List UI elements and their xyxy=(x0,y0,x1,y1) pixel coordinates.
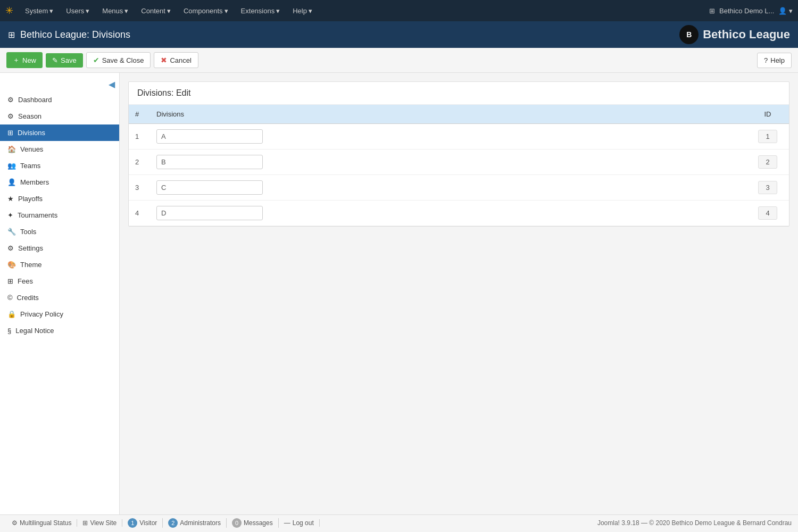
edit-panel-title: Divisions: Edit xyxy=(129,82,789,105)
sidebar-item-legal-notice[interactable]: § Legal Notice xyxy=(0,322,119,339)
venues-icon: 🏠 xyxy=(7,145,16,153)
row-division-cell xyxy=(150,201,746,226)
checkmark-icon: ✔ xyxy=(93,56,99,64)
footer-copyright: Joomla! 3.9.18 — © 2020 Bethico Demo Lea… xyxy=(597,519,792,527)
division-input[interactable] xyxy=(156,155,263,169)
nav-content[interactable]: Content ▾ xyxy=(136,5,176,17)
row-id-cell: 4 xyxy=(746,201,789,226)
footer-messages[interactable]: 0 Messages xyxy=(227,518,279,528)
top-navbar: ✳ System ▾ Users ▾ Menus ▾ Content ▾ Com… xyxy=(0,0,798,21)
sidebar-item-divisions[interactable]: ⊞ Divisions xyxy=(0,124,119,141)
multilingual-icon: ⚙ xyxy=(12,519,18,527)
edit-panel: Divisions: Edit # Divisions ID 1 1 2 xyxy=(128,81,789,227)
row-num: 2 xyxy=(129,149,150,175)
sidebar-item-season[interactable]: ⚙ Season xyxy=(0,108,119,124)
footer-view-site[interactable]: ⊞ View Site xyxy=(77,519,122,527)
row-num: 3 xyxy=(129,175,150,201)
sidebar-item-theme[interactable]: 🎨 Theme xyxy=(0,256,119,273)
save-button[interactable]: ✎ Save xyxy=(46,53,83,68)
sidebar-item-privacy-policy[interactable]: 🔒 Privacy Policy xyxy=(0,306,119,322)
sidebar-item-fees[interactable]: ⊞ Fees xyxy=(0,273,119,289)
new-button[interactable]: ＋ New xyxy=(6,52,43,68)
footer-logout[interactable]: — Log out xyxy=(279,519,320,527)
help-button[interactable]: ? Help xyxy=(757,53,792,68)
row-num: 1 xyxy=(129,124,150,149)
legal-icon: § xyxy=(7,327,11,335)
top-nav-right: ⊞ Bethico Demo L... 👤 ▾ xyxy=(709,7,793,15)
sidebar-item-tools[interactable]: 🔧 Tools xyxy=(0,223,119,240)
admin-badge: 2 xyxy=(168,518,178,528)
external-link-icon: ⊞ xyxy=(709,7,715,15)
logout-icon: — xyxy=(284,519,290,527)
nav-extensions[interactable]: Extensions ▾ xyxy=(236,5,286,17)
table-row: 1 1 xyxy=(129,124,789,149)
visitor-badge: 1 xyxy=(128,518,137,528)
joomla-logo-icon: ✳ xyxy=(5,5,13,16)
privacy-icon: 🔒 xyxy=(7,310,16,318)
row-id-cell: 1 xyxy=(746,124,789,149)
sidebar-item-credits[interactable]: © Credits xyxy=(0,289,119,306)
sidebar-item-playoffs[interactable]: ★ Playoffs xyxy=(0,190,119,207)
sidebar-item-dashboard[interactable]: ⚙ Dashboard xyxy=(0,92,119,108)
header-bar: ⊞ Bethico League: Divisions B Bethico Le… xyxy=(0,21,798,48)
fees-icon: ⊞ xyxy=(7,277,13,285)
dashboard-icon: ⚙ xyxy=(7,96,14,104)
col-header-divisions: Divisions xyxy=(150,105,746,124)
id-badge: 4 xyxy=(758,206,777,220)
table-header-row: # Divisions ID xyxy=(129,105,789,124)
plus-icon: ＋ xyxy=(13,55,20,65)
sidebar-item-tournaments[interactable]: ✦ Tournaments xyxy=(0,207,119,223)
nav-help[interactable]: Help ▾ xyxy=(287,5,318,17)
view-site-icon: ⊞ xyxy=(82,519,88,527)
settings-icon: ⚙ xyxy=(7,244,14,252)
toolbar: ＋ New ✎ Save ✔ Save & Close ✖ Cancel ? H… xyxy=(0,48,798,73)
table-row: 3 3 xyxy=(129,175,789,201)
divisions-table: # Divisions ID 1 1 2 2 xyxy=(129,105,789,226)
theme-icon: 🎨 xyxy=(7,261,16,269)
nav-components[interactable]: Components ▾ xyxy=(178,5,234,17)
sidebar-item-members[interactable]: 👤 Members xyxy=(0,174,119,190)
row-id-cell: 3 xyxy=(746,175,789,201)
nav-menus[interactable]: Menus ▾ xyxy=(97,5,134,17)
nav-users[interactable]: Users ▾ xyxy=(61,5,95,17)
table-row: 2 2 xyxy=(129,149,789,175)
col-header-hash: # xyxy=(129,105,150,124)
row-id-cell: 2 xyxy=(746,149,789,175)
sidebar: ◀ ⚙ Dashboard ⚙ Season ⊞ Divisions 🏠 Ven… xyxy=(0,73,120,514)
col-header-id: ID xyxy=(746,105,789,124)
user-account-icon[interactable]: 👤 ▾ xyxy=(778,7,793,15)
question-icon: ? xyxy=(764,56,768,64)
id-badge: 2 xyxy=(758,155,777,169)
page-icon: ⊞ xyxy=(8,30,15,40)
sidebar-item-settings[interactable]: ⚙ Settings xyxy=(0,240,119,256)
save-icon: ✎ xyxy=(52,56,58,64)
sidebar-toggle[interactable]: ◀ xyxy=(0,77,119,92)
season-icon: ⚙ xyxy=(7,112,14,120)
members-icon: 👤 xyxy=(7,178,16,186)
table-row: 4 4 xyxy=(129,201,789,226)
division-input[interactable] xyxy=(156,180,263,195)
cancel-button[interactable]: ✖ Cancel xyxy=(154,52,198,68)
footer-multilingual[interactable]: ⚙ Multilingual Status xyxy=(6,519,77,527)
page-title: Bethico League: Divisions xyxy=(20,29,130,40)
division-input[interactable] xyxy=(156,129,263,144)
messages-badge: 0 xyxy=(232,518,242,528)
footer-visitors[interactable]: 1 Visitor xyxy=(122,518,163,528)
brand-logo: B Bethico League xyxy=(679,25,790,44)
id-badge: 3 xyxy=(758,181,777,194)
sidebar-item-venues[interactable]: 🏠 Venues xyxy=(0,141,119,157)
divisions-icon: ⊞ xyxy=(7,129,13,137)
x-icon: ✖ xyxy=(161,56,167,64)
nav-system[interactable]: System ▾ xyxy=(20,5,59,17)
brand-name: Bethico League xyxy=(703,28,790,41)
division-input[interactable] xyxy=(156,206,263,220)
content-area: Divisions: Edit # Divisions ID 1 1 2 xyxy=(120,73,798,514)
main-layout: ◀ ⚙ Dashboard ⚙ Season ⊞ Divisions 🏠 Ven… xyxy=(0,73,798,514)
row-division-cell xyxy=(150,175,746,201)
row-num: 4 xyxy=(129,201,150,226)
user-site-label[interactable]: Bethico Demo L... xyxy=(719,7,774,15)
save-close-button[interactable]: ✔ Save & Close xyxy=(86,52,151,68)
brand-circle: B xyxy=(679,25,699,44)
sidebar-item-teams[interactable]: 👥 Teams xyxy=(0,157,119,174)
footer-admins[interactable]: 2 Administrators xyxy=(163,518,227,528)
